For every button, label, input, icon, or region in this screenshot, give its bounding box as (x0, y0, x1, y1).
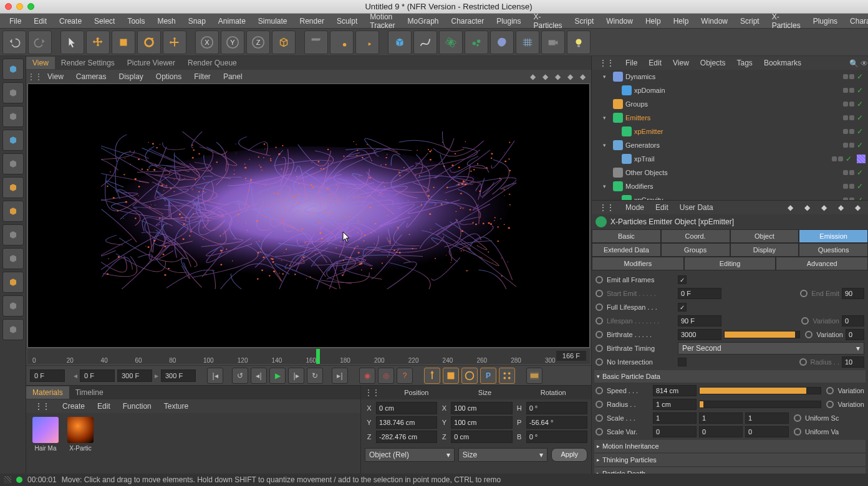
menu-mesh[interactable]: Mesh (152, 15, 181, 27)
cube-solid-button[interactable] (388, 31, 412, 54)
visibility-dots[interactable] (843, 143, 854, 148)
record-keyframe-button[interactable]: ◉ (359, 368, 375, 384)
goto-start-button[interactable]: |◂ (207, 368, 223, 384)
menu-motion-tracker[interactable]: Motion Tracker (364, 11, 400, 32)
material-item-0[interactable]: Hair Ma (31, 417, 60, 470)
coord-size-mode-dropdown[interactable]: Size▾ (458, 448, 548, 462)
attr-start-emit-field[interactable] (678, 288, 721, 299)
blob-button[interactable] (490, 31, 514, 54)
am-tab-modifiers[interactable]: Modifiers (592, 257, 684, 270)
snap-settings-button[interactable] (2, 295, 24, 317)
coord-size-z-field[interactable] (451, 431, 512, 443)
attr-radius-slider[interactable] (699, 401, 821, 408)
spline-button[interactable] (413, 31, 437, 54)
menu-simulate[interactable]: Simulate (253, 15, 293, 27)
point-mode-button[interactable] (2, 106, 24, 127)
am-menu-edit[interactable]: Edit (650, 202, 673, 213)
model-mode-button[interactable] (2, 82, 24, 103)
minimize-window-icon[interactable] (16, 3, 23, 10)
expand-icon[interactable]: ▾ (603, 74, 610, 80)
am-grip-icon[interactable]: ⋮⋮ (594, 202, 619, 213)
menu-window[interactable]: Window (695, 15, 733, 27)
attr-birthrate-var-field[interactable] (846, 329, 864, 340)
animation-mode-button[interactable] (526, 368, 542, 384)
visibility-dots[interactable] (843, 115, 854, 120)
om-row-xptrail[interactable]: xpTrail ✓ (592, 152, 868, 166)
attr-end-emit-field[interactable] (842, 288, 864, 299)
om-row-dynamics[interactable]: ▾ Dynamics ✓ (592, 70, 868, 83)
attr-speed-field[interactable] (653, 385, 697, 396)
step-back-button[interactable]: ◂| (251, 368, 267, 384)
coord-size-x-field[interactable] (451, 402, 512, 414)
clapper-button[interactable] (304, 31, 328, 54)
attr-radius-field[interactable] (653, 399, 697, 410)
attr-lifespan-var-field[interactable] (842, 315, 864, 326)
visibility-dots[interactable] (843, 184, 854, 189)
coord-pos-z-field[interactable] (376, 431, 437, 443)
menu-help[interactable]: Help (640, 15, 667, 27)
coord-rot-b-field[interactable] (526, 431, 587, 443)
step-back-keyframe-button[interactable]: ↺ (232, 368, 248, 384)
grid-button[interactable] (516, 31, 539, 54)
materials-grip-icon[interactable]: ⋮⋮ (30, 401, 55, 412)
attr-ni-radius-field[interactable] (842, 356, 864, 368)
viewport-rotate-icon[interactable]: ◆ (552, 72, 562, 82)
play-button[interactable]: ▶ (269, 368, 286, 384)
coord-pos-y-field[interactable] (376, 416, 437, 429)
am-tab-coord-[interactable]: Coord. (661, 229, 730, 243)
rotation-key-button[interactable] (461, 368, 478, 384)
am-tab-basic[interactable]: Basic (592, 229, 661, 243)
materials-menu-create[interactable]: Create (57, 401, 90, 412)
enable-checkmark-icon[interactable]: ✓ (857, 72, 863, 81)
attr-scalevar-y-field[interactable] (699, 426, 743, 437)
visibility-dots[interactable] (843, 129, 854, 134)
visibility-dots[interactable] (832, 156, 843, 161)
enable-checkmark-icon[interactable]: ✓ (857, 168, 863, 177)
magnet-button[interactable] (2, 319, 24, 340)
attr-birthrate-timing-dropdown[interactable]: Per Second▾ (678, 342, 864, 355)
viewport-menu-filter[interactable]: Filter (189, 71, 216, 82)
coord-rot-h-field[interactable] (526, 402, 587, 414)
section-thinking-particles[interactable]: Thinking Particles (594, 454, 866, 466)
viewport-menu-display[interactable]: Display (113, 71, 148, 82)
menu-plugins[interactable]: Plugins (491, 15, 526, 27)
menu-animate[interactable]: Animate (213, 15, 251, 27)
om-grip-icon[interactable]: ⋮⋮ (594, 57, 619, 69)
am-back-icon[interactable]: ◆ (783, 202, 798, 213)
tab-render-settings[interactable]: Render Settings (55, 57, 121, 69)
attr-scalevar-z-field[interactable] (745, 426, 789, 437)
visibility-dots[interactable] (843, 102, 854, 107)
attr-no-intersection-checkbox[interactable] (678, 358, 687, 366)
step-fwd-keyframe-button[interactable]: ↻ (307, 368, 323, 384)
om-menu-view[interactable]: View (668, 57, 694, 69)
materials-menu-texture[interactable]: Texture (159, 401, 193, 412)
move-button[interactable] (86, 31, 110, 54)
cube-wire-button[interactable] (272, 31, 296, 54)
materials-menu-function[interactable]: Function (118, 401, 157, 412)
enable-checkmark-icon[interactable]: ✓ (857, 182, 863, 191)
range-inner-start-field[interactable] (80, 369, 115, 382)
tab-timeline[interactable]: Timeline (69, 386, 110, 399)
attr-scalevar-x-field[interactable] (653, 426, 697, 437)
section-motion-inheritance[interactable]: Motion Inheritance (594, 440, 866, 452)
menu-create[interactable]: Create (54, 15, 87, 27)
om-row-xpgravity[interactable]: xpGravity ✓ (592, 193, 868, 201)
tab-view[interactable]: View (26, 57, 55, 69)
close-window-icon[interactable] (5, 3, 12, 10)
viewport-zoom-icon[interactable]: ◆ (540, 72, 550, 82)
am-menu-user-data[interactable]: User Data (675, 202, 718, 213)
attr-scale-z-field[interactable] (745, 412, 789, 424)
timeline-ruler[interactable]: 166 F 0204060801001201401601802002202402… (27, 349, 590, 364)
select-arrow-button[interactable] (60, 31, 84, 54)
menu-render[interactable]: Render (294, 15, 330, 27)
snap-toggle-button[interactable] (2, 224, 24, 245)
tab-render-queue[interactable]: Render Queue (181, 57, 243, 69)
visibility-dots[interactable] (843, 170, 854, 175)
clapper-gear-button[interactable] (330, 31, 354, 54)
enable-checkmark-icon[interactable]: ✓ (857, 127, 863, 136)
am-tab-advanced[interactable]: Advanced (776, 257, 868, 270)
move-axis-button[interactable] (163, 31, 186, 54)
object-manager-tree[interactable]: ▾ Dynamics ✓ xpDomain ✓ Groups ✓ ▾ Emitt… (592, 70, 868, 201)
material-tag-icon[interactable] (857, 155, 866, 163)
param-key-button[interactable]: P (480, 368, 496, 384)
